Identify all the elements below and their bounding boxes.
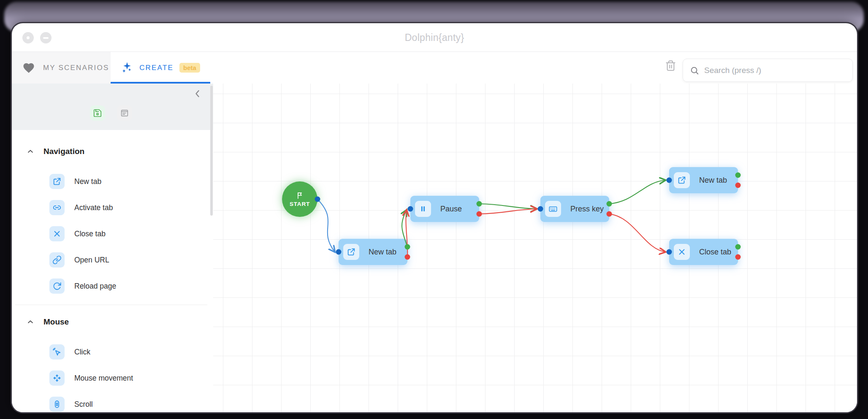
tab-create[interactable]: CREATE beta xyxy=(111,52,210,84)
new-tab-icon xyxy=(343,244,359,260)
port-in-newtab2[interactable] xyxy=(667,178,672,183)
port-error-newtab2[interactable] xyxy=(735,183,741,188)
activate-tab-icon xyxy=(49,200,65,215)
tab-my-scenarios-label: MY SCENARIOS xyxy=(43,64,109,72)
sidebar-item-label: Mouse movement xyxy=(74,374,133,383)
tab-create-label: CREATE xyxy=(139,64,174,72)
edge-presskey-to-closetab xyxy=(609,214,665,252)
close-tab-icon xyxy=(49,226,65,241)
app-title: Dolphin{anty} xyxy=(12,23,857,52)
search-icon xyxy=(690,66,699,75)
node-closetab[interactable]: Close tab xyxy=(669,239,738,265)
save-scenario-button[interactable] xyxy=(90,105,105,121)
port-success-pause[interactable] xyxy=(477,201,482,207)
node-label: START xyxy=(290,201,310,207)
sidebar-item-activate-tab[interactable]: Activate tab xyxy=(12,200,213,215)
sidebar-item-new-tab[interactable]: New tab xyxy=(12,174,213,189)
tab-my-scenarios[interactable]: MY SCENARIOS xyxy=(12,52,111,84)
sidebar-item-label: Reload page xyxy=(74,282,116,291)
sparkles-icon xyxy=(121,62,133,74)
node-pause[interactable]: Pause xyxy=(410,196,479,222)
port-error-newtab1[interactable] xyxy=(405,254,410,260)
node-label: New tab xyxy=(369,248,396,257)
app-window: Dolphin{anty} MY SCENARIOS CREATE beta xyxy=(12,23,857,412)
new-tab-icon xyxy=(49,174,65,189)
search-box xyxy=(683,59,853,82)
close-tab-icon xyxy=(674,244,690,260)
keyboard-icon xyxy=(545,201,561,217)
sidebar-item-reload-page[interactable]: Reload page xyxy=(12,278,213,294)
chevron-up-icon xyxy=(27,318,34,326)
title-bar: Dolphin{anty} xyxy=(12,23,857,52)
click-icon xyxy=(49,344,65,360)
sidebar-item-scroll[interactable]: Scroll xyxy=(12,397,213,412)
panel-icon xyxy=(120,108,129,118)
header-row: MY SCENARIOS CREATE beta xyxy=(12,52,857,84)
sidebar-item-label: Close tab xyxy=(74,230,106,238)
port-in-presskey[interactable] xyxy=(538,206,543,212)
sidebar-item-close-tab[interactable]: Close tab xyxy=(12,226,213,241)
port-success-newtab1[interactable] xyxy=(405,244,410,250)
port-in-closetab[interactable] xyxy=(667,249,672,255)
sidebar-item-label: Open URL xyxy=(74,256,109,265)
port-error-presskey[interactable] xyxy=(607,211,612,217)
port-success-presskey[interactable] xyxy=(607,201,612,207)
trash-icon[interactable] xyxy=(665,60,676,71)
sidebar-item-click[interactable]: Click xyxy=(12,344,213,360)
reload-icon xyxy=(49,278,65,294)
sidebar-item-label: Scroll xyxy=(74,400,93,409)
save-icon xyxy=(93,108,102,118)
port-in-newtab1[interactable] xyxy=(336,249,342,255)
sidebar-scrollbar[interactable] xyxy=(210,86,213,216)
layout-panel-button[interactable] xyxy=(117,105,132,121)
section-label: Mouse xyxy=(43,317,69,327)
section-header-navigation[interactable]: Navigation xyxy=(12,146,213,157)
sidebar-item-open-url[interactable]: Open URL xyxy=(12,252,213,268)
heart-icon xyxy=(22,62,35,74)
main-area: NavigationNew tabActivate tabClose tabOp… xyxy=(12,84,857,412)
port-error-closetab[interactable] xyxy=(735,254,741,260)
sidebar-item-mouse-movement[interactable]: Mouse movement xyxy=(12,370,213,386)
flag-icon xyxy=(295,191,304,200)
chevron-up-icon xyxy=(27,148,34,155)
new-tab-icon xyxy=(674,172,690,188)
move-icon xyxy=(49,370,65,386)
section-label: Navigation xyxy=(43,146,84,157)
port-error-pause[interactable] xyxy=(477,211,482,217)
section-header-mouse[interactable]: Mouse xyxy=(12,317,213,327)
port-success-newtab2[interactable] xyxy=(735,173,741,178)
sidebar-item-label: Activate tab xyxy=(74,203,113,212)
scroll-icon xyxy=(49,397,65,412)
blocks-sidebar: NavigationNew tabActivate tabClose tabOp… xyxy=(12,84,213,412)
edge-presskey-to-newtab2 xyxy=(609,180,665,204)
node-presskey[interactable]: Press key xyxy=(540,196,609,222)
edges-layer xyxy=(213,84,857,412)
port-out-start[interactable] xyxy=(315,197,320,202)
scenario-canvas[interactable]: STARTNew tabPausePress keyNew tabClose t… xyxy=(213,84,857,412)
port-success-closetab[interactable] xyxy=(735,244,741,250)
port-in-pause[interactable] xyxy=(408,206,413,212)
sidebar-item-label: Click xyxy=(74,348,90,357)
beta-badge: beta xyxy=(179,63,200,73)
node-newtab1[interactable]: New tab xyxy=(339,239,407,265)
section-divider xyxy=(15,305,207,305)
sidebar-sections: NavigationNew tabActivate tabClose tabOp… xyxy=(12,130,213,412)
edge-start-to-newtab1 xyxy=(317,199,335,252)
open-url-icon xyxy=(49,252,65,268)
chevron-left-icon[interactable] xyxy=(193,89,203,99)
node-label: Press key xyxy=(570,205,604,214)
pause-icon xyxy=(415,201,431,217)
sidebar-tools-header xyxy=(12,84,213,130)
node-label: New tab xyxy=(699,176,727,185)
node-label: Pause xyxy=(440,205,462,214)
node-label: Close tab xyxy=(699,248,731,257)
node-start[interactable]: START xyxy=(282,181,317,217)
search-input[interactable] xyxy=(704,66,846,75)
node-newtab2[interactable]: New tab xyxy=(669,167,738,193)
edge-pause-to-presskey xyxy=(479,209,537,214)
sidebar-item-label: New tab xyxy=(74,177,101,186)
edge-pause-to-presskey xyxy=(479,204,537,209)
